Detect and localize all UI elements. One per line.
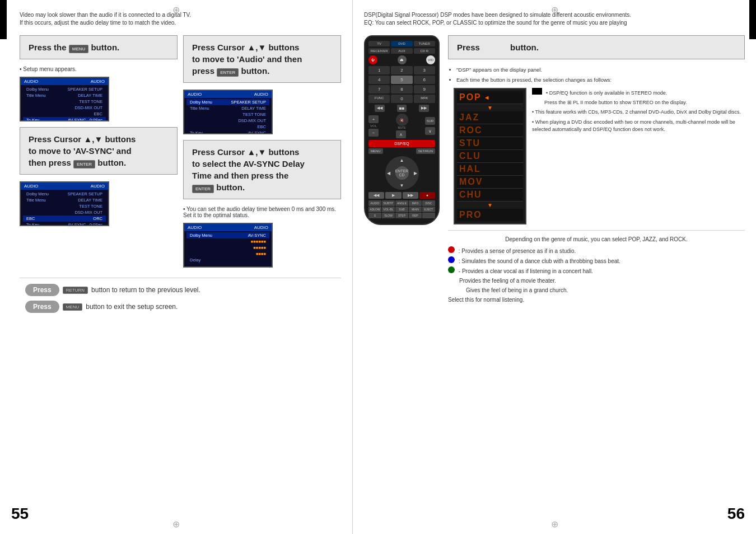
cd-btn[interactable]: CD R bbox=[414, 48, 435, 54]
angle-btn[interactable]: ANGLE bbox=[395, 200, 408, 206]
remote-power-row: ⏻ ⏏ VID bbox=[368, 55, 435, 64]
btn-4[interactable]: 4 bbox=[368, 76, 390, 84]
rew-btn[interactable]: ◀◀ bbox=[368, 192, 384, 199]
desc-jazz: : Simulates the sound of a dance club wi… bbox=[448, 256, 745, 265]
btn-8[interactable]: 8 bbox=[391, 85, 412, 93]
dsp-item-pro: PRO bbox=[457, 209, 523, 221]
ch-up[interactable]: ∧ bbox=[396, 130, 406, 138]
nav-enter[interactable]: ENTERCD bbox=[395, 166, 409, 180]
btn-fn[interactable]: FUNC bbox=[368, 95, 390, 103]
dsp-arrow-down-1: ▼ bbox=[457, 104, 523, 111]
btn-6[interactable]: 6 bbox=[414, 76, 435, 84]
dsp-item-roc: ROC bbox=[457, 124, 523, 137]
disc-btn[interactable]: DISC bbox=[422, 200, 435, 206]
aux-btn[interactable]: AUX bbox=[391, 48, 412, 54]
remote-numpad: 1 2 3 4 5 6 7 8 9 FUNC 0 MRK bbox=[368, 66, 435, 103]
return-btn[interactable]: SET/RUN bbox=[416, 148, 435, 154]
empty-btn bbox=[422, 213, 435, 218]
btn-7[interactable]: 7 bbox=[368, 85, 390, 93]
stop-btn[interactable]: ■■ bbox=[397, 105, 407, 112]
desc-rock: - Provides a clear vocal as if listening… bbox=[448, 266, 745, 275]
black-note-box bbox=[532, 88, 542, 95]
btn-5[interactable]: 5 bbox=[391, 76, 412, 84]
enter-button-2: ENTER bbox=[217, 68, 239, 77]
page-number-left: 55 bbox=[11, 505, 29, 523]
dsp-item-pop: POP ◄ bbox=[457, 91, 523, 104]
desc-pop: : Provides a sense of presence as if in … bbox=[448, 246, 745, 255]
btn-0[interactable]: 0 bbox=[391, 95, 412, 103]
vol2-btn[interactable]: VOL-BL bbox=[382, 207, 395, 212]
s-btn[interactable]: S bbox=[368, 213, 381, 218]
subtitle-btn[interactable]: SUBTIT bbox=[382, 200, 395, 206]
slow-btn[interactable]: SLOW bbox=[382, 213, 395, 218]
press-label-2: Press bbox=[25, 301, 59, 313]
bottom-desc: Depending on the genre of music, you can… bbox=[448, 230, 745, 304]
enter-button-3: ENTER bbox=[73, 160, 95, 168]
menu-btn[interactable]: MENU bbox=[368, 148, 383, 154]
nav-right[interactable]: ▶ bbox=[414, 171, 417, 176]
btn-3[interactable]: 3 bbox=[414, 66, 435, 74]
next-btn[interactable]: ▶▶ bbox=[419, 105, 429, 112]
dsp-feature-note: • This feature works with CDs, MP3-CDs, … bbox=[532, 109, 745, 116]
red-dot bbox=[448, 246, 455, 253]
eject-btn[interactable]: ⏏ bbox=[398, 55, 407, 64]
receiver-btn[interactable]: RECEIVER bbox=[368, 48, 390, 54]
menu-button-2: MENU bbox=[63, 303, 83, 311]
remote-playback: ◀◀ ▶ ▶▶ ● bbox=[368, 192, 435, 199]
remote-bottom-grid: AUDIO SUBTIT ANGLE INFO DISC ADLOW VOL-B… bbox=[368, 200, 435, 218]
dsp-notes: "DSP" appears on the display panel. Each… bbox=[448, 66, 745, 85]
section3-text: Press Cursor ▲,▼ buttonsto move to 'AV-S… bbox=[29, 133, 169, 168]
tv-btn[interactable]: TV bbox=[368, 41, 390, 46]
osd-screen-1: AUDIO AUDIO Dolby MenuSPEAKER SETUP Titl… bbox=[20, 77, 109, 121]
crosshair-top-right: ⊕ bbox=[551, 4, 558, 15]
tuner-btn[interactable]: TUNER bbox=[414, 41, 435, 46]
dsp-section: Press button. "DSP" appears on the displ… bbox=[448, 35, 745, 304]
info-btn[interactable]: INFO bbox=[409, 200, 422, 206]
dsp-right-notes: • DSP/EQ function is only available in S… bbox=[532, 88, 745, 134]
prev-btn[interactable]: ◀◀ bbox=[375, 105, 385, 112]
sub-btn[interactable]: SUB bbox=[395, 207, 408, 212]
audio-btn[interactable]: AUDIO bbox=[368, 200, 381, 206]
dsp-dvd-note: • When playing a DVD disc encoded with t… bbox=[532, 119, 745, 134]
section4-text: Press Cursor ▲,▼ buttonsto select the AV… bbox=[192, 146, 332, 193]
repeat-btn[interactable]: REP bbox=[409, 213, 422, 218]
rec-btn[interactable]: ● bbox=[419, 192, 435, 199]
btn-2[interactable]: 2 bbox=[391, 66, 412, 74]
press-text-1: button to return to the previous level. bbox=[91, 286, 200, 294]
black-bar-left bbox=[0, 0, 7, 39]
btn-9[interactable]: 9 bbox=[414, 85, 435, 93]
eject2-btn[interactable]: EJECT bbox=[422, 207, 435, 212]
dsp-item-mov: MOV bbox=[457, 176, 523, 189]
dsp-item-hal: HAL bbox=[457, 163, 523, 176]
nav-down[interactable]: ▼ bbox=[400, 183, 404, 188]
nav-up[interactable]: ▲ bbox=[400, 158, 404, 163]
dsp-arrow-down-2: ▼ bbox=[457, 202, 523, 209]
power-btn[interactable]: ⏻ bbox=[368, 55, 377, 64]
remote-control: TV DVD TUNER RECEIVER AUX CD R ⏻ ⏏ VID bbox=[364, 35, 440, 225]
black-bar-right bbox=[749, 0, 756, 39]
fwd-btn[interactable]: ▶▶ bbox=[403, 192, 418, 199]
dsp-item-jaz: JAZ bbox=[457, 111, 523, 124]
left-note: Video may look slower than the audio if … bbox=[20, 11, 341, 27]
mute-btn[interactable]: 🔇 bbox=[396, 114, 408, 126]
remote-mode-buttons: TV DVD TUNER bbox=[368, 41, 435, 46]
dsp-eq-button[interactable]: DSP/EQ bbox=[368, 140, 435, 147]
vol-down[interactable]: − bbox=[368, 129, 379, 137]
nav-left[interactable]: ◀ bbox=[387, 171, 390, 176]
bottom-press-section: Press RETURN button to return to the pre… bbox=[20, 278, 341, 323]
play-btn[interactable]: ▶ bbox=[385, 192, 401, 199]
main-btn[interactable]: MAIN bbox=[409, 207, 422, 212]
btn-angle[interactable]: MRK bbox=[414, 95, 435, 103]
step-btn[interactable]: STEP bbox=[395, 213, 408, 218]
surround-btn[interactable]: SUR bbox=[425, 117, 435, 125]
btn-1[interactable]: 1 bbox=[368, 66, 390, 74]
adlow-btn[interactable]: ADLOW bbox=[368, 207, 381, 212]
osd-screen-2: AUDIOAUDIO Dolby MenuSPEAKER SETUP Title… bbox=[183, 90, 273, 134]
vol-up[interactable]: + bbox=[368, 115, 379, 123]
ch-down[interactable]: ∨ bbox=[425, 127, 435, 135]
dsp-item-clu: CLU bbox=[457, 150, 523, 163]
dvd-btn[interactable]: DVD bbox=[391, 41, 412, 46]
video-btn[interactable]: VID bbox=[426, 55, 435, 64]
crosshair-bottom-left: ⊕ bbox=[172, 519, 180, 530]
osd1-header: AUDIO AUDIO bbox=[21, 78, 108, 85]
